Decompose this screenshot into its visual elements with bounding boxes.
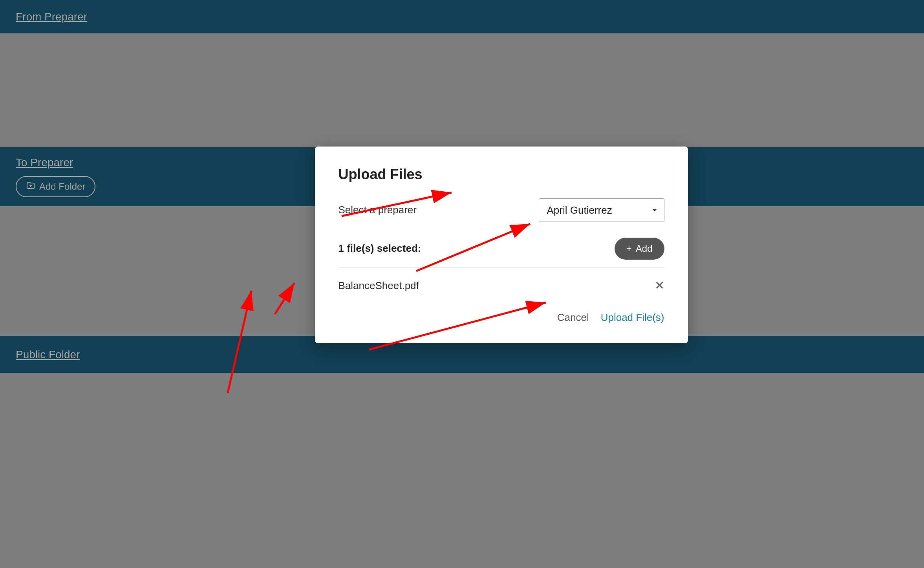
files-selected-row: 1 file(s) selected: + Add xyxy=(338,238,664,260)
plus-icon: + xyxy=(626,243,632,254)
modal-overlay: Upload Files Select a preparer April Gut… xyxy=(0,0,924,568)
upload-files-button[interactable]: Upload File(s) xyxy=(601,311,664,324)
upload-files-modal: Upload Files Select a preparer April Gut… xyxy=(315,147,688,343)
modal-title: Upload Files xyxy=(338,166,664,183)
modal-footer: Cancel Upload File(s) xyxy=(338,311,664,324)
file-item-row: BalanceSheet.pdf ✕ xyxy=(338,276,664,296)
file-list-divider xyxy=(338,268,664,268)
cancel-button[interactable]: Cancel xyxy=(557,311,589,324)
remove-file-button[interactable]: ✕ xyxy=(655,280,664,291)
file-name: BalanceSheet.pdf xyxy=(338,280,419,292)
preparer-label: Select a preparer xyxy=(338,204,417,216)
add-label: Add xyxy=(636,243,653,254)
add-button[interactable]: + Add xyxy=(615,238,664,260)
preparer-row: Select a preparer April Gutierrez xyxy=(338,198,664,222)
files-selected-label: 1 file(s) selected: xyxy=(338,242,421,255)
preparer-select[interactable]: April Gutierrez xyxy=(539,198,664,222)
